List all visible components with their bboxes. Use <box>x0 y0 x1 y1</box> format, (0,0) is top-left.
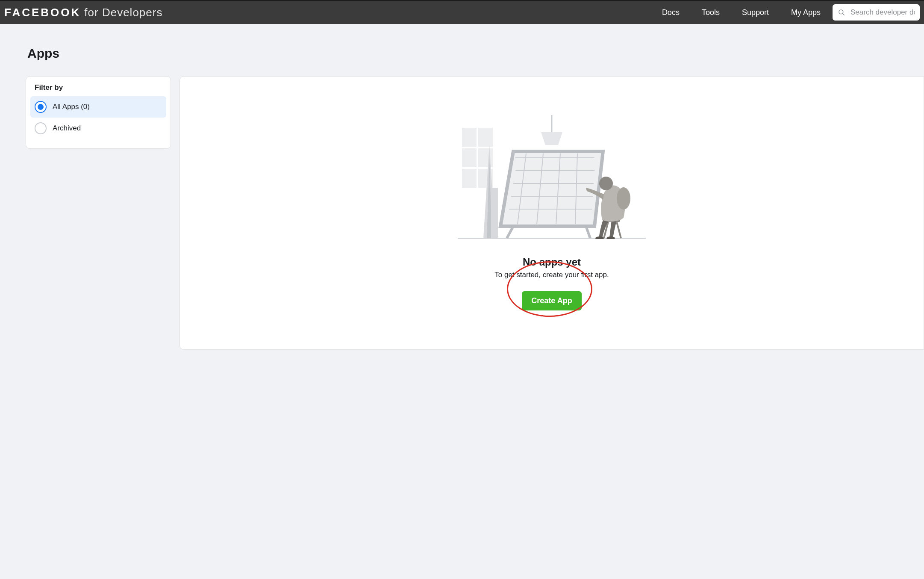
radio-icon <box>35 122 47 134</box>
filter-title: Filter by <box>30 83 166 96</box>
top-nav: FACEBOOK for Developers Docs Tools Suppo… <box>0 0 924 24</box>
search-input[interactable] <box>850 8 915 17</box>
svg-point-29 <box>617 187 630 210</box>
filter-card: Filter by All Apps (0) Archived <box>26 76 171 149</box>
search-icon <box>838 9 845 16</box>
empty-state-subtitle: To get started, create your first app. <box>494 271 609 279</box>
svg-point-31 <box>595 236 604 239</box>
nav-link-support[interactable]: Support <box>742 8 769 17</box>
empty-state-illustration <box>458 115 646 239</box>
svg-line-25 <box>586 226 590 238</box>
svg-line-1 <box>843 14 845 15</box>
nav-link-myapps[interactable]: My Apps <box>791 8 821 17</box>
svg-rect-5 <box>462 148 477 167</box>
svg-rect-13 <box>491 188 498 238</box>
page-title: Apps <box>27 46 924 61</box>
brand-logo[interactable]: FACEBOOK for Developers <box>4 6 162 19</box>
brand-suffix: for Developers <box>84 6 162 19</box>
svg-line-24 <box>507 226 513 238</box>
nav-link-tools[interactable]: Tools <box>702 8 720 17</box>
radio-icon <box>35 101 47 113</box>
nav-link-docs[interactable]: Docs <box>662 8 680 17</box>
svg-point-0 <box>839 10 843 14</box>
filter-option-label: All Apps (0) <box>53 103 90 111</box>
nav-links: Docs Tools Support My Apps <box>662 8 821 17</box>
filter-option-label: Archived <box>53 124 81 133</box>
svg-point-30 <box>599 177 613 190</box>
filter-option-archived[interactable]: Archived <box>30 118 166 139</box>
page-body: Apps Filter by All Apps (0) Archived <box>0 46 924 350</box>
search-box[interactable] <box>833 4 920 21</box>
svg-line-27 <box>617 222 621 238</box>
svg-rect-3 <box>462 128 477 147</box>
svg-point-32 <box>606 236 615 239</box>
empty-state-title: No apps yet <box>523 256 581 268</box>
main-panel: No apps yet To get started, create your … <box>180 76 924 350</box>
brand-facebook: FACEBOOK <box>4 6 81 19</box>
svg-rect-7 <box>462 169 477 188</box>
create-app-button[interactable]: Create App <box>522 291 581 310</box>
filter-option-all-apps[interactable]: All Apps (0) <box>30 96 166 118</box>
svg-rect-4 <box>478 128 493 147</box>
